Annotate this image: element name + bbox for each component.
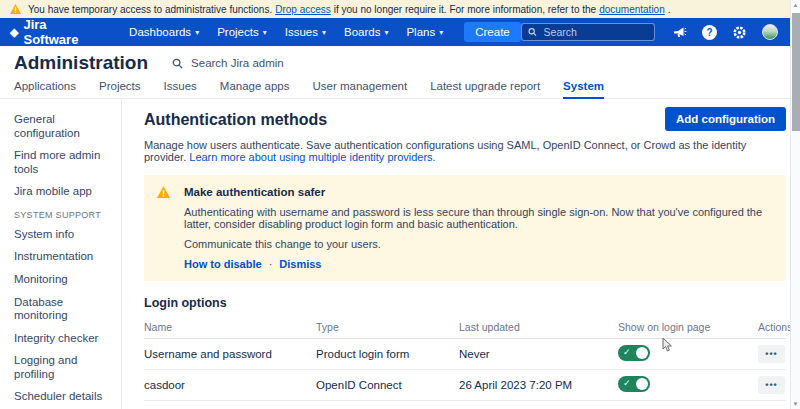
user-menu-button[interactable] (762, 24, 778, 40)
check-icon: ✓ (623, 378, 631, 388)
chevron-down-icon: ▾ (195, 28, 199, 37)
actions-menu-button[interactable]: ••• (758, 345, 785, 363)
banner-text: You have temporary access to administrat… (28, 4, 272, 15)
login-option-last-updated: 26 April 2023 7:20 PM (459, 370, 618, 401)
toggle-knob (636, 347, 648, 359)
login-option-type: OpenID Connect (316, 370, 459, 401)
add-configuration-button[interactable]: Add configuration (665, 107, 786, 131)
help-icon: ? (702, 25, 717, 40)
chevron-down-icon: ▾ (384, 28, 388, 37)
admin-search-input[interactable] (189, 56, 319, 70)
brand-name: Jira Software (23, 17, 94, 47)
nav-item-projects[interactable]: Projects ▾ (217, 26, 267, 38)
sidebar-item-scheduler-details[interactable]: Scheduler details (14, 390, 115, 404)
tab-projects[interactable]: Projects (99, 80, 141, 98)
jira-admin-screen: You have temporary access to administrat… (0, 0, 800, 409)
warning-icon (157, 186, 170, 198)
table-row: casdoor OpenID Connect 26 April 2023 7:2… (144, 370, 786, 401)
sidebar-item-logging-and-profiling[interactable]: Logging and profiling (14, 354, 115, 381)
admin-header: Administration (0, 46, 800, 80)
sidebar-item-find-more-admin-tools[interactable]: Find more admin tools (14, 149, 115, 176)
page-title: Administration (14, 52, 148, 74)
system-sidebar: General configuration Find more admin to… (0, 99, 122, 409)
sidebar-item-instrumentation[interactable]: Instrumentation (14, 250, 115, 264)
sidebar-item-general-configuration[interactable]: General configuration (14, 113, 115, 140)
actions-menu-button[interactable]: ••• (758, 376, 785, 394)
create-button[interactable]: Create (464, 22, 521, 42)
announcements-button[interactable] (673, 26, 687, 39)
scroll-up-arrow-icon[interactable]: ▲ (791, 2, 800, 8)
tab-system[interactable]: System (563, 80, 604, 99)
login-option-name: casdoor (144, 370, 316, 401)
megaphone-icon (673, 26, 687, 39)
nav-item-label: Projects (217, 26, 259, 38)
vertical-scrollbar[interactable]: ▲ ▼ (790, 0, 800, 409)
sidebar-item-database-monitoring[interactable]: Database monitoring (14, 296, 115, 323)
link-separator: · (269, 258, 273, 270)
column-header-last-updated: Last updated (459, 316, 618, 339)
chevron-down-icon: ▾ (263, 28, 267, 37)
nav-item-label: Dashboards (129, 26, 191, 38)
user-avatar (762, 24, 778, 40)
gear-icon (732, 25, 747, 40)
settings-button[interactable] (732, 25, 747, 40)
chevron-down-icon: ▾ (322, 28, 326, 37)
login-options-table: Name Type Last updated Show on login pag… (144, 316, 786, 401)
search-icon (172, 58, 183, 69)
nav-item-label: Boards (344, 26, 380, 38)
warning-panel: Make authentication safer Authenticating… (144, 175, 786, 281)
tab-user-management[interactable]: User management (313, 80, 408, 98)
scroll-down-arrow-icon[interactable]: ▼ (791, 401, 800, 407)
drop-access-link[interactable]: Drop access (275, 4, 331, 15)
admin-access-banner: You have temporary access to administrat… (0, 0, 800, 18)
sidebar-item-integrity-checker[interactable]: Integrity checker (14, 332, 115, 346)
ellipsis-icon: ••• (765, 349, 777, 359)
nav-item-label: Issues (285, 26, 318, 38)
show-on-login-toggle[interactable]: ✓ (618, 345, 650, 361)
ellipsis-icon: ••• (765, 380, 777, 390)
table-row: Username and password Product login form… (144, 339, 786, 370)
search-icon (528, 27, 537, 37)
sidebar-item-monitoring[interactable]: Monitoring (14, 273, 115, 287)
sidebar-section-system-support: SYSTEM SUPPORT (14, 210, 115, 220)
nav-item-label: Plans (406, 26, 435, 38)
dismiss-link[interactable]: Dismiss (279, 258, 321, 270)
documentation-link[interactable]: documentation (599, 4, 665, 15)
help-button[interactable]: ? (702, 25, 717, 40)
column-header-type: Type (316, 316, 459, 339)
admin-tabs: Applications Projects Issues Manage apps… (0, 80, 800, 99)
chevron-down-icon: ▾ (439, 28, 443, 37)
show-on-login-toggle[interactable]: ✓ (618, 376, 650, 392)
scrollbar-thumb[interactable] (792, 13, 800, 131)
tab-applications[interactable]: Applications (14, 80, 76, 98)
column-header-name: Name (144, 316, 316, 339)
section-heading: Authentication methods (144, 111, 327, 129)
tab-issues[interactable]: Issues (164, 80, 197, 98)
sidebar-item-system-info[interactable]: System info (14, 228, 115, 242)
nav-item-issues[interactable]: Issues ▾ (285, 26, 326, 38)
navbar-search-input[interactable] (542, 25, 648, 39)
warning-title: Make authentication safer (184, 186, 772, 198)
navbar-search[interactable] (521, 23, 655, 41)
sidebar-item-jira-mobile-app[interactable]: Jira mobile app (14, 185, 115, 199)
login-options-heading: Login options (144, 296, 786, 310)
banner-text: . (668, 4, 671, 15)
toggle-knob (636, 378, 648, 390)
warning-text: Communicate this change to your users. (184, 238, 772, 250)
column-header-show-on-login-page: Show on login page (618, 316, 758, 339)
tab-manage-apps[interactable]: Manage apps (220, 80, 290, 98)
nav-item-boards[interactable]: Boards ▾ (344, 26, 388, 38)
nav-item-plans[interactable]: Plans ▾ (406, 26, 443, 38)
jira-home-link[interactable]: ◆ Jira Software (10, 17, 94, 47)
authentication-methods-panel: Authentication methods Add configuration… (122, 99, 800, 409)
banner-text: if you no longer require it. For more in… (334, 4, 596, 15)
tab-latest-upgrade-report[interactable]: Latest upgrade report (430, 80, 540, 98)
how-to-disable-link[interactable]: How to disable (184, 258, 262, 270)
learn-more-link[interactable]: Learn more about using multiple identity… (189, 151, 435, 163)
admin-search[interactable] (172, 56, 319, 70)
column-header-actions: Actions (758, 316, 786, 339)
jira-logo-icon: ◆ (10, 27, 18, 38)
warning-text: Authenticating with username and passwor… (184, 206, 772, 230)
nav-item-dashboards[interactable]: Dashboards ▾ (129, 26, 199, 38)
login-option-last-updated: Never (459, 339, 618, 370)
